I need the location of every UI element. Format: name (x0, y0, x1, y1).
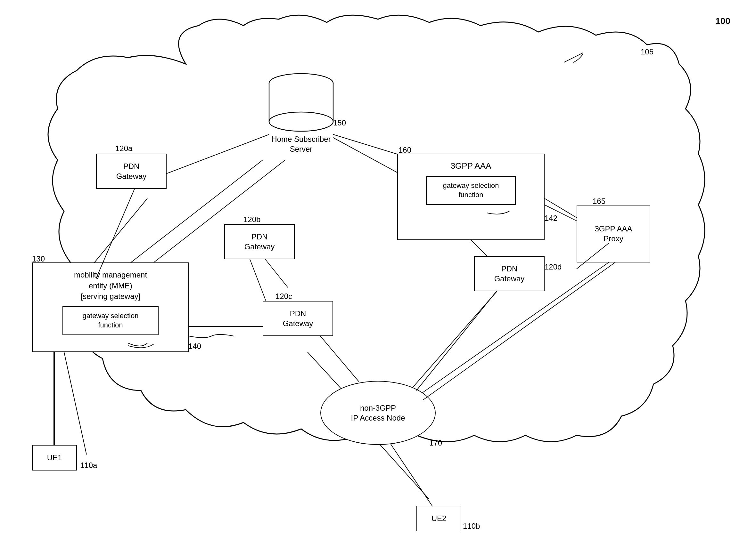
label-130: 130 (32, 254, 45, 263)
label-110b: 110b (463, 522, 480, 531)
svg-line-3 (86, 199, 147, 272)
svg-line-12 (64, 352, 86, 455)
ue1-box: UE1 (32, 445, 77, 470)
mme-gsf-box: gateway selectionfunction (63, 306, 159, 335)
svg-line-13 (564, 53, 583, 62)
label-105: 105 (641, 47, 653, 56)
label-170: 170 (429, 438, 442, 447)
svg-line-5 (308, 352, 343, 390)
label-160: 160 (398, 145, 411, 155)
svg-line-10 (410, 288, 500, 390)
figure-number: 100 (715, 16, 730, 26)
label-110a: 110a (80, 461, 97, 470)
pdn-gw-120b: PDNGateway (224, 224, 295, 259)
pdn-gw-120c: PDNGateway (263, 301, 333, 336)
svg-line-0 (160, 134, 269, 176)
ue2-box: UE2 (416, 506, 461, 531)
mme-box: mobility managemententity (MME)[serving … (32, 262, 189, 352)
label-120b: 120b (243, 215, 261, 224)
label-120c: 120c (276, 292, 292, 301)
hss-label: Home Subscriber Server (266, 128, 336, 160)
aaa-proxy-box: 3GPP AAAProxy (576, 205, 650, 262)
svg-line-11 (371, 435, 429, 499)
pdn-gw-120d: PDNGateway (474, 256, 545, 291)
label-150: 150 (333, 119, 346, 127)
label-120a: 120a (115, 144, 132, 153)
non3gpp-ellipse: non-3GPPIP Access Node (320, 381, 436, 445)
label-120d: 120d (545, 262, 562, 271)
pdn-gw-120a: PDNGateway (96, 154, 167, 189)
label-142: 142 (545, 214, 557, 223)
label-165: 165 (593, 197, 605, 206)
diagram: 100 105 Home Subscriber Server 150 PDNGa… (0, 0, 756, 555)
label-140: 140 (188, 342, 201, 351)
aaa-3gpp-box: 3GPP AAA gateway selectionfunction (397, 154, 545, 240)
aaa-gsf-box: gateway selectionfunction (426, 176, 516, 205)
svg-line-6 (263, 256, 288, 288)
